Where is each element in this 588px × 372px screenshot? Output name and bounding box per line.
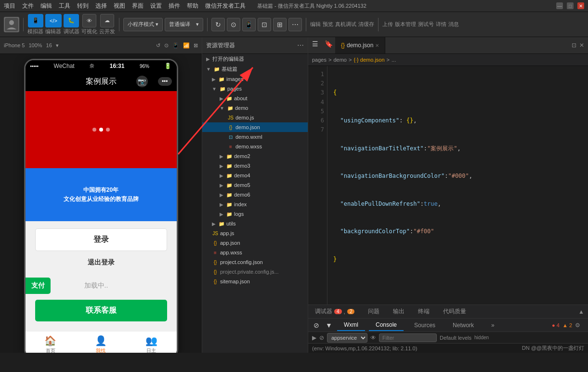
debugger-button[interactable]: 🐛 <box>64 14 79 27</box>
tab-terminal[interactable]: 终端 <box>411 306 436 318</box>
expand-icon[interactable]: ▲ <box>578 308 584 315</box>
menu-item-edit[interactable]: 编辑 <box>40 2 52 10</box>
tree-demo-js[interactable]: JS demo.js <box>202 113 308 122</box>
login-button[interactable]: 登录 <box>35 228 167 251</box>
tab-more-panels[interactable]: » <box>484 320 501 331</box>
visualize-button[interactable]: 👁 <box>82 14 96 27</box>
close-button[interactable]: ✕ <box>577 2 584 9</box>
hidden-toggle[interactable]: hidden <box>474 335 489 340</box>
menu-item-project[interactable]: 项目 <box>4 2 15 10</box>
pay-button[interactable]: 支付 <box>26 278 51 294</box>
clear-icon[interactable]: ⊠ <box>194 42 198 49</box>
tree-demo4[interactable]: ▶ 📁 demo4 <box>202 171 308 180</box>
phone-icon2[interactable]: 📱 <box>172 42 179 49</box>
tree-demo3[interactable]: ▶ 📁 demo3 <box>202 161 308 171</box>
tree-demo[interactable]: ▼ 📁 demo <box>202 103 308 113</box>
breadcrumb-file[interactable]: {·} demo.json <box>353 57 384 63</box>
mode-select[interactable]: 小程序模式 ▾ <box>123 18 163 31</box>
filter-input[interactable] <box>379 333 437 342</box>
menu-item-wechat[interactable]: 微信开发者工具 <box>205 2 246 10</box>
close-panel-icon[interactable]: ✕ <box>579 42 584 49</box>
record-icon[interactable]: ⊙ <box>164 42 169 49</box>
tree-project-private[interactable]: {} project.private.config.js... <box>202 267 308 277</box>
editor-tab-demo-json[interactable]: {} demo.json ✕ <box>335 37 385 53</box>
tree-about[interactable]: ▶ 📁 about <box>202 93 308 103</box>
menu-item-goto[interactable]: 转到 <box>77 2 89 10</box>
nav-group[interactable]: 👥 日主 <box>145 335 157 353</box>
rotate-icon[interactable]: ↺ <box>156 42 160 49</box>
more-button[interactable]: ⋯ <box>288 18 302 31</box>
tree-demo-wxss[interactable]: ≡ demo.wxss <box>202 142 308 151</box>
tree-demo5[interactable]: ▶ 📁 demo5 <box>202 180 308 190</box>
menu-item-ui[interactable]: 界面 <box>132 2 144 10</box>
tab-quality[interactable]: 代码质量 <box>436 306 473 318</box>
tree-index[interactable]: ▶ 📁 index <box>202 199 308 209</box>
tree-sitemap[interactable]: {} sitemap.json <box>202 277 308 286</box>
tab-close-button[interactable]: ✕ <box>375 43 379 48</box>
editor-button[interactable]: </> <box>45 14 62 27</box>
tree-utils[interactable]: ▶ 📁 utils <box>202 219 308 228</box>
filter-dropdown[interactable]: Default levels <box>440 335 471 341</box>
breadcrumb-demo[interactable]: demo <box>333 57 347 63</box>
tab-sources[interactable]: Sources <box>407 320 442 331</box>
tab-network[interactable]: Network <box>446 320 481 331</box>
code-area[interactable]: { "usingComponents": {}, "navigationBarT… <box>327 66 588 305</box>
menu-item-plugins[interactable]: 插件 <box>169 2 180 10</box>
minimize-button[interactable]: — <box>556 2 563 9</box>
breadcrumb-icon[interactable]: ☰ <box>308 37 322 51</box>
tree-open-editors[interactable]: ▶ 打开的编辑器 <box>202 54 308 64</box>
tree-app-js[interactable]: JS app.js <box>202 228 308 238</box>
share-button[interactable]: ⊡ <box>258 18 271 31</box>
eye-toggle-icon[interactable]: 👁 <box>370 334 376 341</box>
menu-item-file[interactable]: 文件 <box>22 2 34 10</box>
qr-button[interactable]: ⊞ <box>273 18 287 31</box>
tree-root[interactable]: ▼ 📁 基础篇 <box>202 64 308 74</box>
menu-item-select[interactable]: 选择 <box>95 2 107 10</box>
menu-item-view[interactable]: 视图 <box>114 2 125 10</box>
menu-item-settings[interactable]: 设置 <box>150 2 162 10</box>
console-clear-btn[interactable]: ⊘ <box>319 334 324 341</box>
stop-button[interactable]: ⊙ <box>227 18 240 31</box>
tree-demo6[interactable]: ▶ 📁 demo6 <box>202 190 308 199</box>
phone-icon-btn[interactable]: 📱 <box>242 18 256 31</box>
nav-home[interactable]: 🏠 首页 <box>44 335 56 353</box>
tree-app-wxss[interactable]: ≡ app.wxss <box>202 248 308 257</box>
more-dots-icon[interactable]: ⋯ <box>297 41 304 49</box>
console-filter-icon[interactable]: ▼ <box>325 321 333 330</box>
avatar[interactable] <box>4 17 19 32</box>
tree-demo-wxml[interactable]: ⊡ demo.wxml <box>202 132 308 142</box>
tree-images[interactable]: ▶ 📁 images <box>202 74 308 84</box>
tree-pages[interactable]: ▼ 📁 pages <box>202 84 308 93</box>
nav-mine[interactable]: 👤 我找 <box>95 335 107 353</box>
appservice-select[interactable]: appservice <box>327 333 367 343</box>
cloud-button[interactable]: ☁ <box>100 14 114 27</box>
refresh-button[interactable]: ↻ <box>211 18 225 31</box>
compile-select[interactable]: 普通编译 ▾ <box>165 18 203 31</box>
contact-button[interactable]: 联系客服 <box>35 300 167 321</box>
tab-wxml[interactable]: Wxml <box>337 319 365 331</box>
tree-demo-json[interactable]: {} demo.json <box>202 122 308 132</box>
simulator-button[interactable]: 📱 <box>28 14 43 27</box>
tab-output[interactable]: 输出 <box>386 306 411 318</box>
bookmark-icon[interactable]: 🔖 <box>322 37 335 51</box>
tab-issues[interactable]: 问题 <box>361 306 386 318</box>
breadcrumb-pages[interactable]: pages <box>312 57 327 63</box>
tab-console[interactable]: Console <box>369 319 404 331</box>
wifi-icon[interactable]: 📶 <box>183 42 190 49</box>
logout-button[interactable]: 退出登录 <box>35 256 167 269</box>
tab-debugger[interactable]: 调试器 4 , 2 <box>308 306 361 318</box>
menu-item-help[interactable]: 帮助 <box>187 2 198 10</box>
tree-logs[interactable]: ▶ 📁 logs <box>202 209 308 219</box>
filetree-content[interactable]: ▶ 打开的编辑器 ▼ 📁 基础篇 ▶ 📁 images <box>202 54 308 353</box>
settings-icon[interactable]: ⚙ <box>575 322 580 329</box>
tree-demo2[interactable]: ▶ 📁 demo2 <box>202 151 308 161</box>
console-clear-icon[interactable]: ⊘ <box>312 321 321 330</box>
menu-item-tools[interactable]: 工具 <box>59 2 70 10</box>
split-icon[interactable]: ⊡ <box>572 42 576 49</box>
phone-dots-btn[interactable]: ••• <box>158 77 172 86</box>
tree-project-config[interactable]: {} project.config.json <box>202 257 308 267</box>
editor-content[interactable]: 1 2 3 4 5 6 7 { "usingComponents": {} <box>308 66 588 305</box>
breadcrumb-more[interactable]: ... <box>392 57 396 63</box>
tree-app-json[interactable]: {} app.json <box>202 238 308 248</box>
maximize-button[interactable]: □ <box>567 2 574 9</box>
